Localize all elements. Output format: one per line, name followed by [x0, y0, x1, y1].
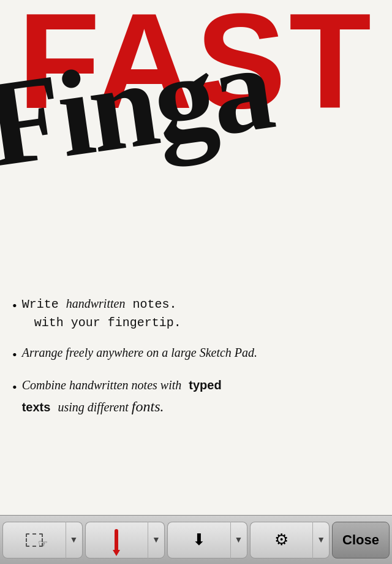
- toolbar: ▼ ▼ ⬇ ▼: [0, 515, 392, 564]
- bullet-1: • Write handwritten notes. with your fin…: [12, 294, 380, 332]
- chevron-down-icon-4: ▼: [317, 535, 325, 545]
- export-button[interactable]: ⬇: [167, 522, 230, 558]
- pen-tool-dropdown[interactable]: ▼: [148, 522, 165, 558]
- bullet-dot-1: •: [12, 295, 17, 316]
- using-text: using different: [58, 400, 131, 414]
- app: FAST Finga • Write handwritten notes. wi…: [0, 0, 392, 564]
- combine-text: Combine handwritten notes with: [22, 378, 182, 392]
- header-area: FAST Finga: [0, 0, 392, 282]
- chevron-down-icon-3: ▼: [235, 535, 243, 545]
- selection-tool-button[interactable]: [2, 522, 66, 558]
- bullet-text-1: Write handwritten notes. with your finge…: [22, 294, 181, 332]
- chevron-down-icon-1: ▼: [70, 535, 78, 545]
- settings-tool-group: ⚙ ▼: [250, 522, 330, 558]
- chevron-down-icon-2: ▼: [152, 535, 160, 545]
- bullet-3: • Combine handwritten notes with typed t…: [12, 376, 380, 417]
- handwritten-word: handwritten: [66, 297, 126, 310]
- selection-cursor-icon: [26, 533, 43, 547]
- bullet-text-3: Combine handwritten notes with typed tex…: [22, 376, 222, 417]
- selection-tool-icon-area: [26, 533, 43, 547]
- pen-tool-button[interactable]: [85, 522, 148, 558]
- close-button[interactable]: Close: [332, 522, 390, 558]
- selection-tool-group: ▼: [2, 522, 83, 558]
- bullet-dot-3: •: [12, 377, 17, 397]
- settings-icon-area: ⚙: [274, 530, 288, 549]
- bullet-2: • Arrange freely anywhere on a large Ske…: [12, 343, 380, 365]
- pen-red-icon: [115, 529, 118, 551]
- settings-dropdown[interactable]: ▼: [312, 522, 330, 558]
- download-icon: ⬇: [192, 530, 206, 549]
- export-dropdown[interactable]: ▼: [230, 522, 247, 558]
- fonts-script: fonts.: [132, 398, 164, 414]
- settings-button[interactable]: ⚙: [250, 522, 313, 558]
- export-icon-area: ⬇: [192, 530, 206, 549]
- gear-icon: ⚙: [274, 530, 288, 549]
- close-label: Close: [342, 532, 379, 548]
- content-area: • Write handwritten notes. with your fin…: [0, 282, 392, 515]
- texts-bold: texts: [22, 400, 51, 414]
- pen-icon-area: [115, 529, 118, 551]
- bullet-text-2: Arrange freely anywhere on a large Sketc…: [22, 343, 257, 363]
- arrange-text: Arrange freely anywhere on a large Sketc…: [22, 346, 257, 359]
- export-tool-group: ⬇ ▼: [167, 522, 247, 558]
- pen-tool-group: ▼: [85, 522, 165, 558]
- bullet-line2: with your fingertip.: [34, 316, 181, 330]
- typed-bold-text: typed: [189, 378, 221, 392]
- bullet-dot-2: •: [12, 345, 17, 365]
- selection-tool-dropdown[interactable]: ▼: [66, 522, 83, 558]
